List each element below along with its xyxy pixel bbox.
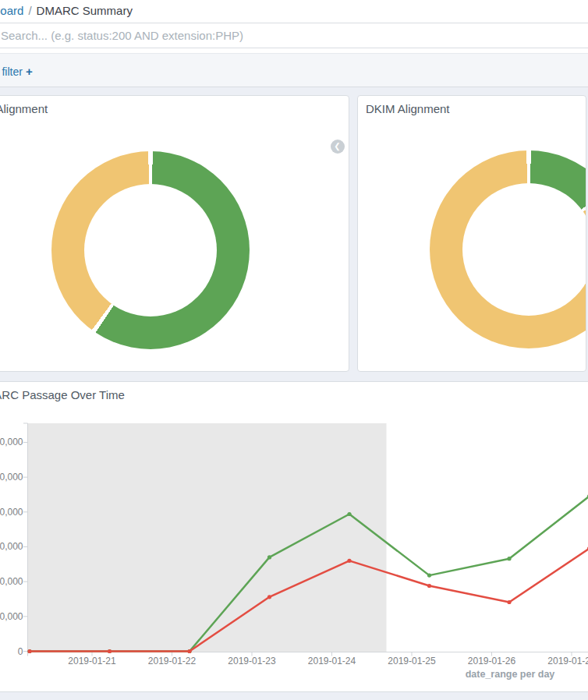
breadcrumb: Dashboard/DMARC Summary — [0, 4, 133, 17]
svg-text:20,000: 20,000 — [0, 576, 23, 587]
legend-collapse-button[interactable]: ❮ — [331, 140, 345, 154]
dashboard-page: Dashboard/DMARC Summary Add a filter+ SP… — [0, 0, 588, 700]
svg-text:10,000: 10,000 — [0, 611, 23, 622]
svg-text:30,000: 30,000 — [0, 541, 23, 552]
chevron-left-icon: ❮ — [334, 143, 340, 150]
svg-text:date_range per day: date_range per day — [466, 669, 555, 680]
svg-text:60,000: 60,000 — [0, 437, 23, 447]
panel-title-dmarc-passage: DMARC Passage Over Time — [0, 382, 588, 408]
svg-text:2019-01-21: 2019-01-21 — [68, 656, 116, 666]
donut-hole — [462, 183, 586, 316]
breadcrumb-bar: Dashboard/DMARC Summary — [0, 0, 588, 23]
svg-text:2019-01-23: 2019-01-23 — [228, 656, 276, 666]
breadcrumb-separator: / — [23, 4, 36, 17]
svg-text:2019-01-27: 2019-01-27 — [547, 656, 588, 666]
breadcrumb-link-dashboard[interactable]: Dashboard — [0, 4, 23, 17]
svg-text:2019-01-24: 2019-01-24 — [308, 656, 356, 666]
svg-text:2019-01-22: 2019-01-22 — [148, 656, 197, 666]
svg-text:40,000: 40,000 — [0, 507, 23, 518]
add-filter-button[interactable]: Add a filter+ — [0, 65, 33, 78]
filter-bar: Add a filter+ — [0, 53, 588, 87]
plus-icon: + — [23, 65, 33, 78]
panel-title-dkim: DKIM Alignment — [358, 96, 586, 122]
panel-title-spf: SPF Alignment — [0, 96, 349, 122]
add-filter-label: Add a filter — [0, 65, 23, 78]
query-bar — [0, 23, 588, 48]
dmarc-line-chart[interactable]: 010,00020,00030,00040,00050,00060,000201… — [0, 413, 588, 700]
breadcrumb-current: DMARC Summary — [37, 4, 133, 17]
donut-hole — [84, 184, 217, 316]
svg-text:2019-01-26: 2019-01-26 — [468, 656, 516, 666]
panel-dkim-alignment: DKIM Alignment — [357, 95, 586, 372]
svg-text:2019-01-25: 2019-01-25 — [388, 656, 436, 666]
svg-text:50,000: 50,000 — [0, 472, 23, 483]
spf-donut-chart[interactable] — [51, 151, 250, 349]
dkim-donut-chart[interactable] — [430, 150, 586, 348]
search-input[interactable] — [0, 23, 588, 48]
svg-text:0: 0 — [18, 646, 23, 657]
panel-spf-alignment: SPF Alignment ❮ — [0, 95, 349, 372]
